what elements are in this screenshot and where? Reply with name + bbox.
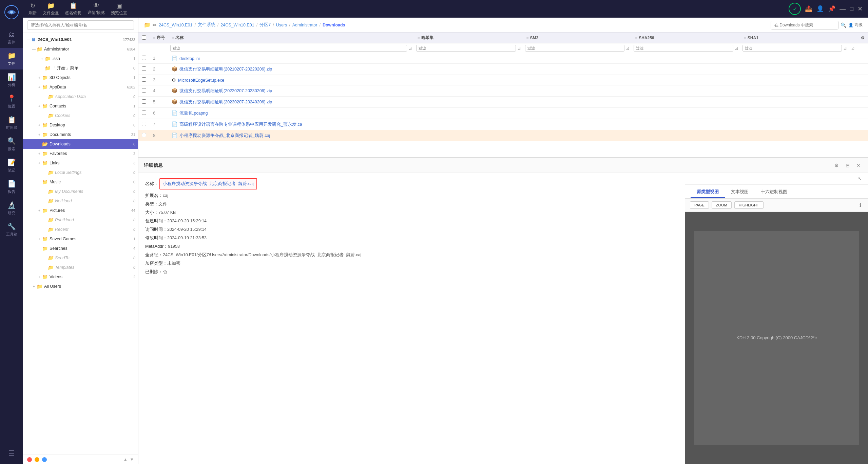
minimize-button[interactable]: — [840, 5, 846, 13]
tree-item-videos[interactable]: + 📁 Videos 2 [23, 272, 138, 282]
tree-item-sendto[interactable]: 📁 SendTo 0 [23, 253, 138, 263]
select-all-checkbox[interactable] [142, 35, 146, 40]
tab-hex-view[interactable]: 十六进制视图 [755, 187, 793, 198]
table-row[interactable]: 4📦微信支付交易明细证明(20220207-20230206).zip [138, 85, 868, 97]
preview-expand-icon[interactable]: ⤡ [856, 175, 864, 182]
preview-info-icon[interactable]: ℹ [857, 201, 863, 209]
row-checkbox[interactable] [142, 77, 146, 82]
sort-up-icon[interactable]: ▲ [123, 457, 128, 462]
breadcrumb-item-users[interactable]: Users [276, 23, 287, 27]
tree-item-appdata[interactable]: + 📁 AppData 6282 [23, 82, 138, 92]
refresh-button[interactable]: ↻ 刷新 [28, 2, 37, 16]
row-checkbox[interactable] [142, 66, 146, 71]
col-settings[interactable]: ⚙ [849, 33, 868, 43]
detail-split-icon[interactable]: ⊟ [844, 162, 852, 169]
sort-down-icon[interactable]: ▼ [130, 457, 134, 462]
tree-item-searches[interactable]: 📁 Searches 4 [23, 244, 138, 253]
sidebar-item-analysis[interactable]: 📊 分析 [0, 69, 23, 91]
file-name-link[interactable]: 高级程序设计语言在跨专业课程体系中应用开发研究_蓝永发.ca [179, 122, 302, 127]
col-name[interactable]: ≡名称 [168, 33, 414, 43]
tree-item-desktop[interactable]: + 📁 Desktop 6 [23, 120, 138, 130]
file-name-link[interactable]: MicrosoftEdgeSetup.exe [178, 78, 224, 83]
preview-page-button[interactable]: PAGE [690, 201, 709, 209]
entity-selector-input[interactable] [27, 20, 134, 30]
blue-dot-button[interactable] [42, 457, 47, 462]
search-input[interactable] [771, 21, 838, 29]
col-sha1[interactable]: ≡SHA1 [740, 33, 849, 43]
tree-item-downloads[interactable]: 📂 Downloads 8 [23, 139, 138, 149]
user-button[interactable]: 👤 [816, 5, 824, 13]
tab-original-view[interactable]: 原类型视图 [691, 187, 725, 198]
sidebar-item-report[interactable]: 📄 报告 [0, 176, 23, 198]
yellow-dot-button[interactable] [35, 457, 39, 462]
tree-item-pictures[interactable]: + 📁 Pictures 44 [23, 206, 138, 215]
breadcrumb-item-1[interactable]: 24CS_Win10.E01 [220, 23, 254, 27]
sidebar-item-menu[interactable]: ☰ [0, 446, 23, 461]
breadcrumb-item-admin[interactable]: Administrator [292, 23, 317, 27]
tree-item-appdata-special[interactable]: 📁 Application Data 0 [23, 92, 138, 101]
tree-item-templates[interactable]: 📁 Templates 0 [23, 263, 138, 272]
filter-sm3-input[interactable] [525, 45, 625, 52]
tree-item-root[interactable]: — 🖥 24CS_Win10.E01 177422 [23, 35, 138, 44]
details-preview-button[interactable]: 👁 详情/预览 [88, 2, 105, 16]
row-checkbox[interactable] [142, 88, 146, 93]
file-name-link[interactable]: 微信支付交易明细证明(20220207-20230206).zip [179, 88, 272, 93]
tab-text-view[interactable]: 文本视图 [725, 187, 755, 198]
sign-restore-button[interactable]: 📋 签名恢复 [65, 2, 81, 16]
tree-item-contacts[interactable]: + 📁 Contacts 1 [23, 101, 138, 111]
sidebar-item-files[interactable]: 📁 文件 [0, 48, 23, 69]
close-button[interactable]: ✕ [857, 5, 863, 13]
tree-item-3dobjects[interactable]: + 📁 3D Objects 1 [23, 73, 138, 82]
filter-hash-input[interactable] [416, 45, 516, 52]
file-name-link[interactable]: 微信支付交易明细证明(20230207-20240206).zip [179, 100, 272, 104]
table-row[interactable]: 6📄流量包.pcapng [138, 108, 868, 119]
tree-item-favorites[interactable]: + 📁 Favorites 2 [23, 149, 138, 158]
row-checkbox[interactable] [142, 56, 146, 60]
sidebar-item-notes[interactable]: 📝 笔记 [0, 155, 23, 176]
sidebar-item-cases[interactable]: 🗂 案件 [0, 27, 23, 48]
file-name-link[interactable]: 小程序搅动资源争夺战_北京商报记者_魏蔚.caj [179, 133, 270, 138]
file-name-link[interactable]: 微信支付交易明细证明(20210207-20220206).zip [179, 67, 272, 72]
row-checkbox[interactable] [142, 133, 146, 137]
tree-item-printhood[interactable]: 📁 PrintHood 0 [23, 215, 138, 225]
filter-sha1-input[interactable] [742, 45, 842, 52]
breadcrumb-item-downloads[interactable]: Downloads [323, 23, 345, 27]
row-checkbox[interactable] [142, 122, 146, 126]
tree-item-music[interactable]: 📁 Music 0 [23, 177, 138, 187]
breadcrumb-item-0[interactable]: 24CS_Win10.E01 [159, 23, 192, 27]
row-checkbox[interactable] [142, 110, 146, 115]
tree-item-saved-games[interactable]: + 📁 Saved Games 1 [23, 234, 138, 244]
maximize-button[interactable]: □ [850, 5, 853, 13]
col-hash[interactable]: ≡哈希集 [414, 33, 523, 43]
tree-item-recent[interactable]: 📁 Recent 0 [23, 225, 138, 234]
detail-settings-icon[interactable]: ⚙ [832, 162, 841, 169]
sidebar-item-search[interactable]: 🔍 搜索 [0, 134, 23, 155]
tree-item-local-settings[interactable]: 📁 Local Settings 0 [23, 168, 138, 177]
preview-zoom-button[interactable]: ZOOM [712, 201, 732, 209]
tree-item-mydocuments[interactable]: 📁 My Documents 0 [23, 187, 138, 196]
sidebar-item-tools[interactable]: 🔧 工具箱 [0, 219, 23, 240]
filter-name-input[interactable] [170, 45, 407, 52]
table-row[interactable]: 2📦微信支付交易明细证明(20210207-20220206).zip [138, 64, 868, 75]
file-export-button[interactable]: 📤 [805, 5, 812, 13]
table-row[interactable]: 1📄desktop.ini [138, 53, 868, 64]
breadcrumb-item-filesystem[interactable]: 文件系统 [198, 22, 215, 28]
filter-sha256-input[interactable] [634, 45, 733, 52]
tree-item-administrator[interactable]: — 📁 Administrator 6384 [23, 44, 138, 54]
breadcrumb-item-partition[interactable]: 分区7 [259, 22, 271, 28]
file-name-link[interactable]: 流量包.pcapng [179, 111, 208, 116]
preview-highlight-button[interactable]: HIGHLIGHT [734, 201, 764, 209]
table-row[interactable]: 3⚙MicrosoftEdgeSetup.exe [138, 75, 868, 85]
pin-button[interactable]: 📌 [828, 5, 835, 13]
tree-item-links[interactable]: + 📁 Links 3 [23, 158, 138, 168]
tree-item-ssh[interactable]: + 📁 .ssh 1 [23, 54, 138, 63]
sidebar-item-research[interactable]: 🔬 研究 [0, 198, 23, 219]
tree-item-allusers[interactable]: + 📁 All Users [23, 282, 138, 291]
table-row[interactable]: 5📦微信支付交易明细证明(20230207-20240206).zip [138, 97, 868, 108]
row-checkbox[interactable] [142, 99, 146, 104]
table-row[interactable]: 8📄小程序搅动资源争夺战_北京商报记者_魏蔚.caj [138, 130, 868, 141]
tree-item-documents[interactable]: + 📁 Documents 21 [23, 130, 138, 139]
red-dot-button[interactable] [27, 457, 32, 462]
col-sha256[interactable]: ≡SHA256 [632, 33, 740, 43]
col-sm3[interactable]: ≡SM3 [523, 33, 632, 43]
